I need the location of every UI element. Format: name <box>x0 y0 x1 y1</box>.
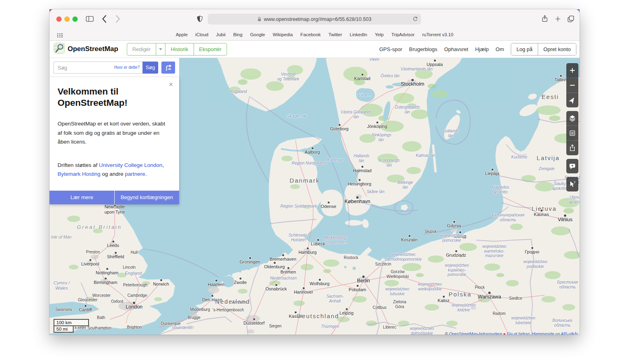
account-buttons: Log på Opret konto <box>511 43 576 56</box>
welcome-support: Driften støttes af University College Lo… <box>58 161 171 179</box>
zoom-window-button[interactable] <box>72 16 78 22</box>
directions-icon <box>164 63 173 72</box>
forward-button[interactable] <box>111 13 124 25</box>
login-button[interactable]: Log på <box>511 43 538 55</box>
edit-menu-button[interactable] <box>156 43 165 55</box>
directions-button[interactable] <box>161 62 175 74</box>
nav-link[interactable]: Hjælp <box>475 46 489 52</box>
bookmark-item[interactable]: iCloud <box>195 32 208 37</box>
tab-overview-icon[interactable] <box>565 13 577 25</box>
welcome-panel: × Velkommen til OpenStreetMap! OpenStree… <box>50 77 179 204</box>
new-tab-icon[interactable] <box>552 13 564 25</box>
show-my-location-button[interactable] <box>566 93 578 107</box>
bookmark-item[interactable]: Bing <box>233 32 242 37</box>
bytemark-link[interactable]: Bytemark Hosting <box>58 171 101 177</box>
bookmark-item[interactable]: Google <box>250 32 265 37</box>
osm-header: OpenStreetMap Redigér Historik Eksportér… <box>50 41 580 58</box>
osm-nav: GPS-sporBrugerblogsOphavsretHjælpOm <box>379 46 504 52</box>
svg-text:?: ? <box>574 181 576 184</box>
url-text: www.openstreetmap.org/#map=6/55.628/10.5… <box>264 16 371 22</box>
map-controls: ? <box>566 63 578 195</box>
url-field[interactable]: www.openstreetmap.org/#map=6/55.628/10.5… <box>208 14 421 25</box>
privacy-shield-icon[interactable] <box>194 13 206 25</box>
share-icon[interactable] <box>539 13 551 25</box>
map-sidebar: Hvor er dette? Søg × Velkommen ti <box>50 58 179 204</box>
welcome-title: Velkommen til OpenStreetMap! <box>58 86 150 109</box>
zoom-out-button[interactable] <box>566 78 578 93</box>
partners-link[interactable]: partnere <box>125 171 145 177</box>
chevron-down-icon <box>159 48 162 50</box>
add-note-icon <box>568 162 577 171</box>
close-window-button[interactable] <box>56 16 62 22</box>
back-button[interactable] <box>99 13 111 25</box>
scale-bar: 100 km 50 mi <box>54 319 89 333</box>
search-bar: Hvor er dette? Søg <box>50 58 179 77</box>
bookmark-item[interactable]: Twitter <box>328 32 342 37</box>
nav-link[interactable]: Brugerblogs <box>409 46 437 52</box>
brand-title[interactable]: OpenStreetMap <box>68 45 118 53</box>
map-action-buttons: Redigér Historik Eksportér <box>127 43 227 56</box>
scale-mi: 50 mi <box>54 325 74 333</box>
nav-link[interactable]: Ophavsret <box>444 46 468 52</box>
map-key-button[interactable] <box>566 125 578 140</box>
sidebar-toggle-icon[interactable] <box>84 13 96 25</box>
bookmark-item[interactable]: Apple <box>176 32 188 37</box>
welcome-body: OpenStreetMap er et kort over verden, sk… <box>58 119 171 146</box>
edit-button[interactable]: Redigér <box>127 43 156 55</box>
bookmark-item[interactable]: Yelp <box>375 32 384 37</box>
search-button[interactable]: Søg <box>142 62 158 74</box>
start-mapping-button[interactable]: Begynd kortlægningen <box>115 191 180 204</box>
bookmark-item[interactable]: ruTorrent v3.10 <box>422 32 453 37</box>
bookmark-item[interactable]: Facebook <box>300 32 321 37</box>
minus-icon <box>568 81 577 90</box>
browser-window: www.openstreetmap.org/#map=6/55.628/10.5… <box>50 9 580 335</box>
ucl-link[interactable]: University College London <box>99 162 163 168</box>
lock-icon <box>257 16 262 22</box>
osm-contributors-link[interactable]: OpenStreetMap-bidragsydere <box>449 332 502 335</box>
close-icon[interactable]: × <box>169 80 173 88</box>
attribution: © OpenStreetMap-bidragsydere ♥ Giv et bi… <box>445 332 578 335</box>
plus-icon <box>568 66 577 75</box>
desktop: www.openstreetmap.org/#map=6/55.628/10.5… <box>0 0 644 362</box>
layers-icon <box>568 114 577 123</box>
where-is-this-link[interactable]: Hvor er dette? <box>114 65 140 70</box>
terms-link[interactable]: Hjemmeside og API-vilkår <box>532 332 578 335</box>
bookmark-item[interactable]: TripAdvisor <box>391 32 415 37</box>
minimize-window-button[interactable] <box>64 16 70 22</box>
learn-more-button[interactable]: Lær mere <box>50 191 115 204</box>
nav-link[interactable]: Om <box>495 46 504 52</box>
window-controls <box>56 16 78 22</box>
heart-icon: ♥ <box>502 332 507 335</box>
locate-arrow-icon <box>568 96 577 105</box>
zoom-in-button[interactable] <box>566 63 578 78</box>
bookmark-item[interactable]: Wikipedia <box>273 32 293 37</box>
map-viewport[interactable]: VikenUppsalaVästmanlands länKarlstadÖreb… <box>50 58 580 335</box>
browser-titlebar: www.openstreetmap.org/#map=6/55.628/10.5… <box>50 9 580 29</box>
bookmarks-list: AppleiCloudJubiiBingGoogleWikipediaFaceb… <box>176 32 454 37</box>
add-note-button[interactable] <box>566 159 578 173</box>
nav-link[interactable]: GPS-spor <box>379 46 402 52</box>
share-map-icon <box>568 144 577 152</box>
map-key-icon <box>568 129 577 138</box>
bookmark-item[interactable]: LinkedIn <box>350 32 367 37</box>
query-features-button[interactable]: ? <box>566 177 578 191</box>
history-button[interactable]: Historik <box>165 43 193 55</box>
query-features-icon: ? <box>568 180 577 189</box>
favorites-grid-icon[interactable] <box>57 32 63 39</box>
osm-logo-icon[interactable] <box>54 43 65 56</box>
welcome-buttons: Lær mere Begynd kortlægningen <box>50 191 179 204</box>
bookmarks-bar: AppleiCloudJubiiBingGoogleWikipediaFaceb… <box>50 29 580 41</box>
layers-button[interactable] <box>566 111 578 125</box>
export-button[interactable]: Eksportér <box>194 43 227 55</box>
signup-button[interactable]: Opret konto <box>538 43 576 55</box>
reload-icon[interactable] <box>412 16 418 23</box>
donate-link[interactable]: Giv et bidrag <box>507 332 530 335</box>
share-map-button[interactable] <box>566 140 578 155</box>
bookmark-item[interactable]: Jubii <box>216 32 226 37</box>
